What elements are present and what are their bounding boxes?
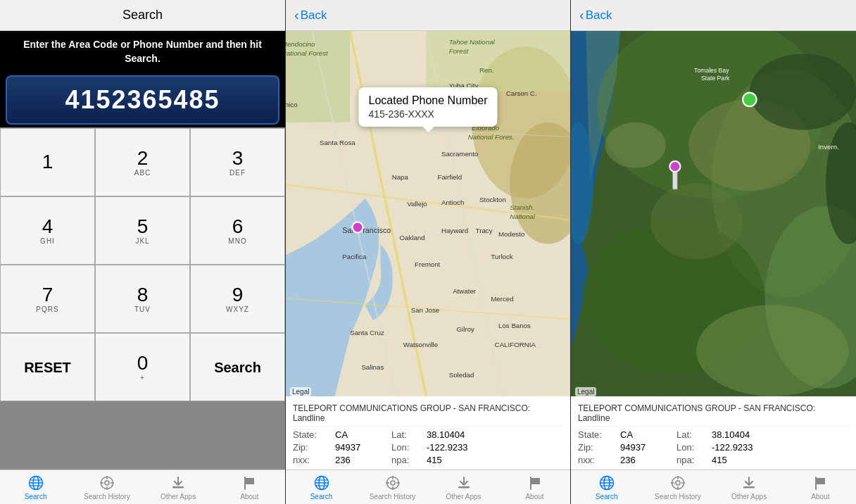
- lon-label-3: Lon:: [676, 442, 712, 453]
- lat-val-2: 38.10404: [427, 429, 490, 440]
- nxx-val-2: 236: [335, 455, 391, 465]
- key-7-digit: 7: [42, 285, 54, 305]
- dialer-title: Search: [122, 8, 163, 23]
- zip-val-3: 94937: [620, 442, 676, 453]
- tab-otherapps-label-1: Other Apps: [160, 493, 196, 500]
- key-search[interactable]: Search: [190, 333, 285, 401]
- key-1[interactable]: 1: [0, 128, 95, 196]
- key-8[interactable]: 8 TUV: [95, 265, 190, 333]
- map-panel-satellite: ‹ Back: [571, 0, 856, 504]
- dialer-number: 4152365485: [65, 85, 220, 114]
- lat-label-3: Lat:: [676, 429, 712, 440]
- key-4-letters: GHI: [40, 237, 55, 245]
- keypad: 1 2 ABC 3 DEF 4 GHI 5 JKL 6 MNO 7 PQRS: [0, 127, 285, 470]
- tab-otherapps-label-2: Other Apps: [446, 493, 481, 500]
- svg-text:Vallejo: Vallejo: [407, 200, 427, 208]
- nxx-label-3: nxx:: [578, 455, 620, 465]
- map-info-2: TELEPORT COMMUNICATIONS GROUP - SAN FRAN…: [286, 396, 570, 470]
- svg-text:Modesto: Modesto: [498, 230, 524, 238]
- back-chevron-icon-3: ‹: [579, 7, 584, 23]
- svg-text:Stanish.: Stanish.: [510, 203, 534, 211]
- tab-history-1[interactable]: Search History: [71, 470, 142, 504]
- tab-otherapps-3[interactable]: Other Apps: [714, 470, 785, 504]
- tab-about-2[interactable]: About: [499, 470, 570, 504]
- key-5[interactable]: 5 JKL: [95, 196, 190, 265]
- svg-point-6: [105, 481, 109, 485]
- npa-val-2: 415: [427, 455, 490, 465]
- svg-text:Invern.: Invern.: [818, 143, 839, 151]
- svg-text:Mendocino: Mendocino: [286, 40, 315, 48]
- zip-val-2: 94937: [335, 442, 391, 453]
- flag-icon-2: [527, 474, 543, 491]
- globe-icon-2: [313, 474, 330, 491]
- key-6[interactable]: 6 MNO: [190, 196, 285, 265]
- popup-phone-2: 415-236-XXXX: [369, 108, 488, 120]
- dialer-panel: Search Enter the Area Code or Phone Numb…: [0, 0, 286, 504]
- map-info-title-3: TELEPORT COMMUNICATIONS GROUP - SAN FRAN…: [578, 401, 849, 427]
- key-9[interactable]: 9 WXYZ: [190, 265, 285, 333]
- tab-otherapps-1[interactable]: Other Apps: [143, 470, 214, 504]
- dialer-instruction: Enter the Area Code or Phone Number and …: [0, 31, 285, 73]
- zip-label-2: Zip:: [293, 442, 335, 453]
- svg-text:Tahoe National: Tahoe National: [449, 38, 496, 46]
- back-button-2[interactable]: ‹ Back: [294, 7, 327, 23]
- lat-label-2: Lat:: [391, 429, 427, 440]
- svg-point-87: [743, 93, 756, 106]
- svg-text:National Forest: National Forest: [286, 49, 329, 57]
- svg-point-99: [676, 481, 680, 485]
- key-3[interactable]: 3 DEF: [190, 128, 285, 196]
- flag-icon-1: [241, 474, 258, 491]
- crosshair-icon-3: [669, 474, 686, 491]
- svg-text:Oakland: Oakland: [399, 234, 424, 241]
- map-view-2[interactable]: Mendocino National Forest Tahoe National…: [286, 31, 570, 396]
- svg-text:Hayward: Hayward: [441, 227, 468, 234]
- map-svg-2: Mendocino National Forest Tahoe National…: [286, 31, 570, 396]
- svg-text:Stockton: Stockton: [479, 196, 506, 203]
- svg-text:Tracy: Tracy: [476, 227, 493, 234]
- key-search-label: Search: [214, 360, 261, 374]
- key-1-digit: 1: [42, 152, 54, 172]
- tab-search-3[interactable]: Search: [571, 470, 642, 504]
- lon-val-2: -122.9233: [427, 442, 490, 453]
- tab-bar-1: Search Search History: [0, 470, 285, 504]
- svg-text:National: National: [510, 213, 535, 220]
- key-9-letters: WXYZ: [226, 305, 249, 313]
- tab-search-1[interactable]: Search: [0, 470, 71, 504]
- tab-history-3[interactable]: Search History: [642, 470, 713, 504]
- svg-text:Merced: Merced: [491, 295, 513, 303]
- back-button-3[interactable]: ‹ Back: [579, 7, 612, 23]
- tab-search-2[interactable]: Search: [286, 470, 357, 504]
- map-info-title-2: TELEPORT COMMUNICATIONS GROUP - SAN FRAN…: [293, 401, 563, 427]
- tab-bar-2: Search Search History: [286, 470, 570, 504]
- key-7[interactable]: 7 PQRS: [0, 265, 95, 333]
- svg-text:Antioch: Antioch: [441, 199, 464, 206]
- key-reset[interactable]: RESET: [0, 333, 95, 401]
- globe-icon-3: [598, 474, 615, 491]
- svg-rect-73: [458, 486, 470, 489]
- tab-about-1[interactable]: About: [214, 470, 285, 504]
- tab-history-2[interactable]: Search History: [357, 470, 428, 504]
- tab-otherapps-2[interactable]: Other Apps: [428, 470, 499, 504]
- svg-text:Fremont: Fremont: [415, 260, 440, 268]
- key-4[interactable]: 4 GHI: [0, 196, 95, 265]
- svg-text:Napa: Napa: [392, 173, 409, 181]
- map-view-3[interactable]: Tomales Bay State Park Invern. Legal: [571, 31, 856, 396]
- crosshair-icon-2: [384, 474, 401, 491]
- key-0[interactable]: 0 +: [95, 333, 190, 401]
- svg-text:Pacifica: Pacifica: [342, 253, 367, 260]
- tab-about-3[interactable]: About: [785, 470, 856, 504]
- key-2[interactable]: 2 ABC: [95, 128, 190, 196]
- lat-val-3: 38.10404: [712, 429, 775, 440]
- back-label-3: Back: [586, 8, 612, 23]
- flag-icon-3: [812, 474, 829, 491]
- svg-point-61: [352, 222, 363, 232]
- crosshair-icon-1: [99, 474, 115, 491]
- tab-about-label-2: About: [525, 493, 543, 500]
- svg-point-85: [696, 305, 848, 396]
- tab-history-label-3: Search History: [655, 493, 701, 500]
- map-header-2: ‹ Back: [286, 0, 570, 31]
- tab-history-label-2: Search History: [370, 493, 416, 500]
- map-popup-2: Located Phone Number 415-236-XXXX: [359, 87, 498, 127]
- key-3-letters: DEF: [229, 169, 246, 177]
- download-icon-3: [741, 474, 757, 491]
